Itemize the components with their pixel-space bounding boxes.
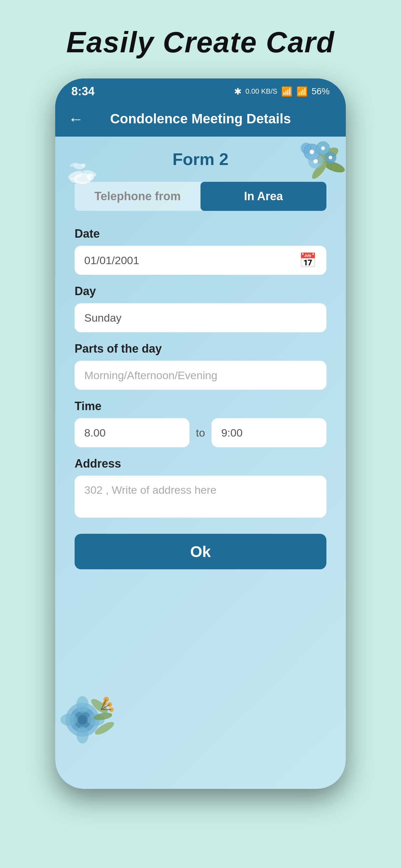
status-icons: ✱ 0.00 KB/S 📶 📶 56% (234, 86, 330, 97)
svg-point-9 (321, 146, 325, 150)
flower-decoration-top-right (275, 136, 346, 208)
parts-value: Morning/Afternoon/Evening (84, 369, 217, 382)
day-label: Day (74, 284, 327, 298)
svg-point-28 (60, 714, 78, 726)
wifi-icon: 📶 (281, 86, 292, 97)
time-from-input[interactable]: 8.00 (74, 418, 189, 447)
time-label: Time (74, 399, 327, 413)
status-bar: 8:34 ✱ 0.00 KB/S 📶 📶 56% (55, 79, 346, 104)
svg-point-17 (87, 174, 94, 181)
status-time: 8:34 (71, 85, 95, 98)
calendar-icon: 📅 (299, 252, 317, 269)
address-value: 302 , Write of address here (84, 484, 216, 496)
address-label: Address (74, 457, 327, 470)
time-to-input[interactable]: 9:00 (212, 418, 327, 447)
date-input[interactable]: 01/01/2001 📅 (74, 246, 327, 275)
main-content: Form 2 Telephone from In Area Date 01/01… (55, 136, 346, 789)
svg-point-8 (310, 150, 314, 154)
app-header: ← Condolence Meeting Details (55, 104, 346, 136)
battery-level: 56% (312, 86, 330, 97)
time-row: 8.00 to 9:00 (74, 418, 327, 447)
svg-point-10 (329, 156, 333, 159)
ok-button-label: Ok (190, 543, 211, 561)
svg-point-21 (82, 163, 86, 167)
date-value: 01/01/2001 (84, 254, 139, 267)
back-button[interactable]: ← (68, 110, 84, 128)
time-to-value: 9:00 (221, 427, 243, 439)
flower-decoration-bottom-left (55, 679, 120, 747)
signal-icon: 📶 (297, 86, 308, 97)
svg-point-27 (76, 726, 89, 744)
header-title: Condolence Meeting Details (110, 111, 291, 127)
phone-container: 8:34 ✱ 0.00 KB/S 📶 📶 56% ← Condolence Me… (55, 79, 346, 789)
parts-input[interactable]: Morning/Afternoon/Evening (74, 361, 327, 390)
page-wrapper: Easily Create Card 8:34 ✱ 0.00 KB/S 📶 📶 … (0, 0, 401, 868)
day-value: Sunday (84, 312, 121, 324)
address-input[interactable]: 302 , Write of address here (74, 476, 327, 518)
parts-label: Parts of the day (74, 342, 327, 355)
network-speed: 0.00 KB/S (245, 87, 277, 96)
svg-point-26 (76, 696, 89, 713)
ok-button[interactable]: Ok (74, 534, 327, 569)
day-input[interactable]: Sunday (74, 303, 327, 332)
svg-point-25 (78, 715, 87, 724)
page-title: Easily Create Card (66, 26, 335, 59)
time-from-value: 8.00 (84, 427, 105, 439)
time-to-separator: to (196, 427, 205, 439)
dove-decoration (62, 156, 104, 198)
date-label: Date (74, 227, 327, 241)
bluetooth-icon: ✱ (234, 86, 242, 97)
